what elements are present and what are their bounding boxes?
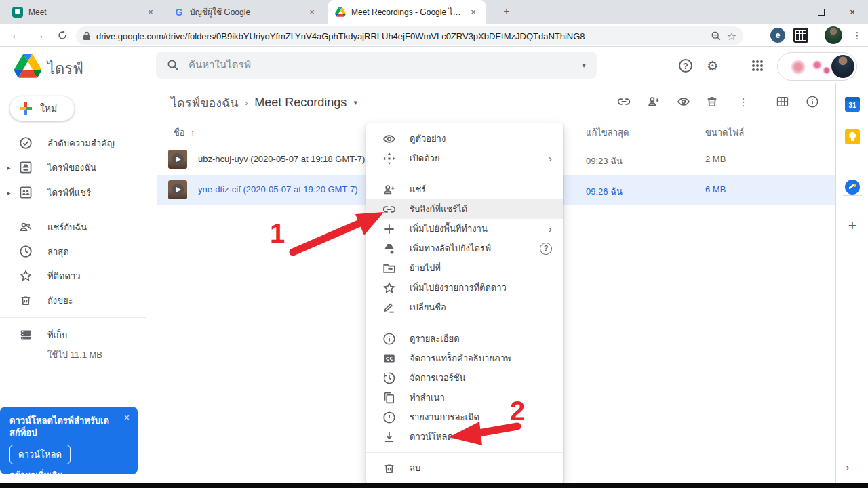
browser-menu-button[interactable]: ⋮ [849,27,865,43]
help-icon: ? [679,59,692,73]
screen-bottom-edge [0,483,868,488]
restore-button[interactable] [806,0,837,24]
recent-icon [19,245,33,258]
tab-separator [165,6,165,18]
person-add-icon [382,183,396,197]
bookmark-star-icon[interactable]: ☆ [727,30,736,43]
keep-icon[interactable] [845,129,860,144]
help-icon[interactable]: ? [540,243,552,255]
menu-item-manage-versions[interactable]: จัดการเวอร์ชัน [366,368,563,388]
promo-learn-more-link[interactable]: ดูข้อมูลเพิ่มเติม [9,468,128,481]
new-tab-button[interactable]: + [498,4,515,20]
menu-item-rename[interactable]: เปลี่ยนชื่อ [366,298,563,317]
close-button[interactable]: × [837,0,868,24]
plus-icon [382,222,396,236]
calendar-icon[interactable]: 31 [845,97,860,112]
folder-menu-caret-icon[interactable]: ▾ [353,98,357,107]
menu-item-delete[interactable]: ลบ [366,458,563,478]
closed-captions-icon [382,352,396,365]
tab-google-account[interactable]: G บัญชีผู้ใช้ Google × [167,0,324,24]
tab-close-icon[interactable]: × [307,7,317,18]
more-actions-button[interactable]: ⋮ [734,92,753,111]
tab-close-icon[interactable]: × [145,7,156,18]
link-icon [382,203,396,216]
menu-item-open-with[interactable]: เปิดด้วย › [366,148,563,168]
menu-item-download[interactable]: ดาวน์โหลด [366,427,563,447]
open-with-icon [382,152,396,165]
column-size[interactable]: ขนาดไฟล์ [705,125,744,140]
menu-item-view-details[interactable]: ดูรายละเอียด [366,329,563,348]
sidebar-item-trash[interactable]: ถังขยะ [0,288,146,312]
address-bar[interactable]: drive.google.com/drive/folders/0B9ikbYUr… [76,26,743,45]
account-card[interactable] [777,52,857,81]
collapse-panel-icon[interactable]: › [846,462,849,474]
sidebar-item-label: ถังขยะ [47,293,73,308]
browser-profile-avatar[interactable] [825,26,842,44]
sidebar-item-starred[interactable]: ที่ติดดาว [0,264,146,288]
drive-sidebar: ใหม่ ลำดับความสำคัญ ▸ ไดรฟ์ของฉัน ▸ ไดรฟ… [0,83,157,483]
help-button[interactable]: ? [677,57,694,75]
new-button-label: ใหม่ [40,101,57,116]
sidebar-item-recent[interactable]: ล่าสุด [0,239,146,264]
sidebar-item-priority[interactable]: ลำดับความสำคัญ [0,131,146,155]
breadcrumb-parent[interactable]: ไดรฟ์ของฉัน [171,93,239,113]
google-apps-button[interactable] [749,57,766,75]
back-button[interactable]: ← [8,27,24,43]
sidebar-item-shared-drives[interactable]: ▸ ไดรฟ์ที่แชร์ [0,180,146,205]
submenu-arrow-icon: › [549,223,552,235]
search-icon [167,59,179,71]
menu-item-add-to-starred[interactable]: เพิ่มไปยังรายการที่ติดดาว [366,278,563,298]
file-size: 6 MB [705,184,726,195]
get-link-button[interactable] [614,92,633,111]
tab-meet[interactable]: Meet × [5,0,163,24]
drive-header: ไดรฟ์ ค้นหาในไดรฟ์ ▾ ? ⚙ [0,47,868,83]
forward-button[interactable]: → [31,27,47,43]
promo-download-button[interactable]: ดาวน์โหลด [9,445,71,464]
menu-item-preview[interactable]: ดูตัวอย่าง [366,129,563,148]
tab-drive-active[interactable]: Meet Recordings - Google ไดรฟ์ × [328,0,486,24]
search-options-caret-icon[interactable]: ▾ [582,60,586,70]
menu-item-get-shareable-link[interactable]: รับลิงก์ที่แชร์ได้ [366,199,563,219]
refresh-button[interactable] [54,27,71,43]
zoom-out-icon[interactable] [711,30,722,41]
new-button[interactable]: ใหม่ [9,96,75,121]
menu-item-make-copy[interactable]: ทำสำเนา [366,388,563,407]
rename-pencil-icon [382,301,396,314]
shared-drives-icon [19,186,33,199]
column-modified[interactable]: แก้ไขล่าสุด [586,125,629,140]
tab-close-icon[interactable]: × [468,7,479,18]
expand-arrow-icon[interactable]: ▸ [4,189,14,197]
menu-item-share[interactable]: แชร์ [366,180,563,199]
sidebar-item-shared-with-me[interactable]: แชร์กับฉัน [0,215,146,239]
tasks-icon[interactable] [845,180,860,195]
org-logo [782,56,836,79]
extension-grid-icon[interactable] [793,28,808,43]
breadcrumb-current[interactable]: Meet Recordings [254,96,347,110]
drive-search-input[interactable]: ค้นหาในไดรฟ์ ▾ [156,52,597,79]
extension-e-icon[interactable]: e [770,28,785,43]
share-button[interactable] [644,92,663,111]
promo-close-icon[interactable]: × [124,412,130,423]
preview-button[interactable] [674,92,693,111]
context-menu: ดูตัวอย่าง เปิดด้วย › แชร์ รับลิงก์ที่แช… [366,123,563,486]
drive-logo-icon[interactable] [14,54,41,78]
menu-item-manage-captions[interactable]: จัดการแทร็กคำอธิบายภาพ [366,348,563,368]
settings-button[interactable]: ⚙ [704,57,722,75]
menu-item-report-abuse[interactable]: รายงานการละเมิด [366,407,563,427]
minimize-button[interactable] [774,0,806,24]
delete-button[interactable] [703,92,722,111]
menu-item-add-shortcut-to-drive[interactable]: เพิ่มทางลัดไปยังไดรฟ์ ? [366,239,563,258]
add-addon-button[interactable]: + [844,218,861,234]
sidebar-item-label: ไดรฟ์ที่แชร์ [47,186,91,200]
account-avatar[interactable] [831,55,854,78]
star-icon [382,281,396,295]
menu-item-move-to[interactable]: ย้ายไปที่ [366,258,563,278]
grid-view-button[interactable] [773,92,792,111]
info-button[interactable] [803,92,822,111]
expand-arrow-icon[interactable]: ▸ [4,164,14,171]
sidebar-item-my-drive[interactable]: ▸ ไดรฟ์ของฉัน [0,155,146,180]
sidebar-item-storage[interactable]: ที่เก็บ [0,323,146,347]
column-name[interactable]: ชื่อ↑ [174,125,195,140]
menu-item-add-to-workspace[interactable]: เพิ่มไปยังพื้นที่ทำงาน › [366,219,563,239]
download-icon [382,430,396,444]
